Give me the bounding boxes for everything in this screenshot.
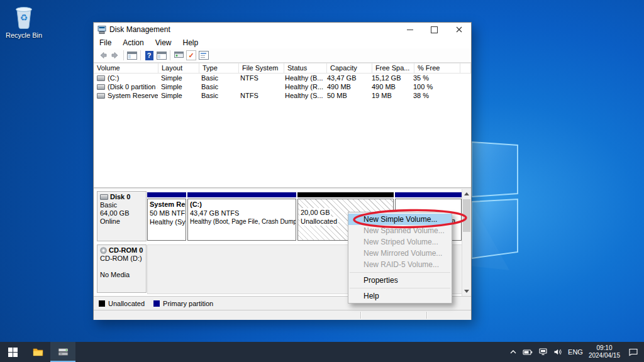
menu-item-help[interactable]: Help	[348, 290, 452, 302]
legend-swatch-unallocated	[99, 300, 105, 307]
volume-icon	[97, 84, 105, 90]
clock[interactable]: 09:10 2024/04/15	[589, 344, 620, 359]
volume-table-header: Volume Layout Type File System Status Ca…	[94, 63, 471, 74]
disk-management-app-icon	[97, 25, 106, 34]
cdrom0-header[interactable]: CD-ROM 0 CD-ROM (D:) No Media	[97, 244, 147, 293]
status-bar	[94, 310, 471, 320]
toolbar-separator	[123, 50, 124, 60]
cd-rom-icon	[101, 248, 106, 253]
scrollbar-thumb[interactable]	[463, 199, 470, 232]
menu-item-new-mirrored-volume[interactable]: New Mirrored Volume...	[348, 248, 452, 259]
volume-icon	[97, 75, 105, 81]
help-icon[interactable]: ?	[143, 50, 155, 61]
menu-item-new-striped-volume[interactable]: New Striped Volume...	[348, 236, 452, 248]
volume-speaker-icon[interactable]	[553, 348, 562, 356]
menu-help[interactable]: Help	[177, 37, 204, 48]
menu-item-new-simple-volume[interactable]: New Simple Volume...	[348, 214, 452, 225]
desktop: ♻ Recycle Bin Disk Management	[0, 0, 644, 362]
language-indicator[interactable]: ENG	[568, 348, 583, 356]
console-window-icon[interactable]	[126, 50, 138, 61]
window-title: Disk Management	[109, 25, 170, 34]
tray-chevron-icon[interactable]	[509, 349, 517, 355]
table-row[interactable]: System Reserved Simple Basic NTFS Health…	[94, 91, 471, 100]
file-explorer-button[interactable]	[25, 342, 50, 362]
check-icon[interactable]: ✓	[185, 50, 197, 61]
table-row[interactable]: (C:) Simple Basic NTFS Healthy (B... 43,…	[94, 74, 471, 82]
menu-item-new-raid5-volume[interactable]: New RAID-5 Volume...	[348, 259, 452, 270]
recycle-bin[interactable]: ♻ Recycle Bin	[4, 4, 44, 43]
disk-icon	[100, 194, 108, 200]
toolbar-separator	[170, 50, 170, 60]
menu-separator	[350, 288, 450, 288]
menu-item-new-spanned-volume[interactable]: New Spanned Volume...	[348, 225, 452, 236]
disk-management-icon	[57, 347, 69, 357]
title-bar[interactable]: Disk Management	[94, 23, 471, 36]
battery-icon[interactable]	[523, 348, 533, 356]
recycle-bin-icon: ♻	[13, 4, 35, 30]
scroll-up-icon[interactable]	[462, 189, 471, 199]
back-icon[interactable]	[96, 50, 109, 61]
system-tray: ENG 09:10 2024/04/15	[509, 342, 644, 362]
clock-time: 09:10	[596, 344, 612, 351]
svg-text:♻: ♻	[20, 13, 28, 23]
menu-item-properties[interactable]: Properties	[348, 275, 452, 286]
action-center-icon[interactable]	[628, 348, 638, 356]
console-tree-icon[interactable]	[155, 50, 168, 61]
menu-file[interactable]: File	[94, 37, 117, 48]
disk-view-scrollbar[interactable]	[462, 189, 471, 296]
disk-management-taskbar-button[interactable]	[50, 342, 75, 362]
menu-bar: File Action View Help	[94, 36, 471, 48]
windows-start-icon	[8, 348, 18, 357]
col-pct-free[interactable]: % Free	[414, 63, 460, 73]
network-icon[interactable]	[538, 348, 548, 356]
scroll-down-icon[interactable]	[462, 287, 471, 296]
table-row[interactable]: (Disk 0 partition 3) Simple Basic Health…	[94, 82, 471, 91]
partition-c[interactable]: (C:) 43,47 GB NTFS Healthy (Boot, Page F…	[187, 192, 296, 241]
toolbar: ? ✓	[94, 48, 471, 63]
col-type[interactable]: Type	[199, 63, 239, 73]
file-explorer-icon	[33, 348, 43, 356]
col-layout[interactable]: Layout	[158, 63, 199, 73]
legend-unallocated: Unallocated	[99, 300, 145, 307]
start-button[interactable]	[0, 342, 25, 362]
menu-separator	[350, 272, 450, 273]
toolbar-separator	[140, 50, 141, 60]
recycle-bin-label: Recycle Bin	[4, 31, 44, 39]
forward-icon[interactable]	[109, 50, 121, 61]
col-file-system[interactable]: File System	[239, 63, 284, 73]
partition-system-reserved[interactable]: System Res 50 MB NTFS Healthy (Sys	[147, 192, 186, 241]
minimize-button[interactable]	[397, 23, 422, 36]
col-status[interactable]: Status	[284, 63, 327, 73]
legend-primary-partition: Primary partition	[153, 300, 213, 307]
volume-icon	[97, 93, 105, 99]
menu-action[interactable]: Action	[117, 37, 149, 48]
legend-swatch-primary	[153, 300, 160, 307]
context-menu: New Simple Volume... New Spanned Volume.…	[348, 212, 452, 304]
taskbar: ENG 09:10 2024/04/15	[0, 342, 644, 362]
menu-view[interactable]: View	[150, 37, 177, 48]
clock-date: 2024/04/15	[589, 352, 620, 359]
col-free-space[interactable]: Free Spa...	[372, 63, 414, 73]
disk0-header[interactable]: Disk 0 Basic 64,00 GB Online	[97, 191, 147, 241]
col-capacity[interactable]: Capacity	[327, 63, 372, 73]
properties-icon[interactable]	[197, 50, 210, 61]
action-pane-icon[interactable]	[172, 50, 185, 61]
close-icon	[456, 26, 462, 33]
close-button[interactable]	[447, 23, 471, 36]
col-volume[interactable]: Volume	[94, 63, 158, 73]
maximize-button[interactable]	[422, 23, 447, 36]
volume-list: Volume Layout Type File System Status Ca…	[94, 63, 471, 187]
